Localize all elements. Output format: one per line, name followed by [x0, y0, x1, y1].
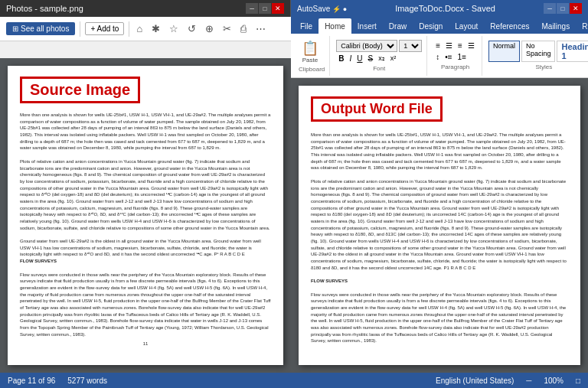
tab-review[interactable]: Review: [576, 18, 588, 34]
italic-btn[interactable]: I: [347, 54, 354, 64]
font-size-select[interactable]: 11: [399, 40, 422, 52]
autosave-label: AutoSave ⚡ ●: [297, 5, 347, 13]
more-icon-btn[interactable]: ⋯: [253, 21, 268, 36]
underline-btn[interactable]: U: [354, 54, 364, 64]
close-btn-left[interactable]: ✕: [272, 3, 284, 14]
align-left-btn[interactable]: ≡: [433, 41, 443, 51]
tab-layout[interactable]: Layout: [449, 18, 484, 34]
numbered-list-btn[interactable]: 1≡: [456, 52, 469, 62]
bullet-list-btn[interactable]: •≡: [443, 52, 454, 62]
style-normal[interactable]: Normal: [488, 41, 520, 62]
strikethrough-btn[interactable]: S: [366, 54, 376, 64]
tab-draw[interactable]: Draw: [383, 18, 413, 34]
close-btn-right[interactable]: ✕: [570, 3, 582, 14]
see-all-photos-btn[interactable]: ⊞ See all photos: [6, 22, 75, 35]
output-page-text: More than one analysis is shown for well…: [311, 132, 568, 344]
align-center-btn[interactable]: ☰: [443, 41, 455, 51]
superscript-btn[interactable]: x²: [388, 54, 399, 64]
output-word-file-label: Output Word File: [311, 96, 443, 122]
tab-insert[interactable]: Insert: [351, 18, 383, 34]
word-app-title: ImageToDoc.Docx - Saved: [351, 4, 539, 13]
subscript-btn[interactable]: x₂: [376, 54, 387, 64]
maximize-btn-right[interactable]: □: [557, 3, 569, 14]
print-icon-btn[interactable]: ⎙: [238, 21, 249, 36]
photos-app-title: Photos - sample.png: [6, 4, 241, 13]
paste-btn[interactable]: 📋 Paste: [299, 38, 322, 65]
language-indicator: English (United States): [436, 377, 514, 385]
style-h2[interactable]: Heading 1: [557, 41, 588, 62]
source-page: Source Image More than one analysis is s…: [8, 66, 283, 365]
output-page: Output Word File More than one analysis …: [299, 86, 580, 365]
style-h1[interactable]: No Spacing: [521, 41, 556, 62]
toolbar-divider: [80, 21, 80, 37]
font-family-select[interactable]: Calibri (Body): [336, 40, 397, 52]
word-count: 5277 words: [67, 377, 107, 385]
share-icon-btn[interactable]: ✱: [149, 21, 162, 36]
toolbar-divider2: [129, 21, 129, 37]
star-icon-btn[interactable]: ☆: [167, 21, 181, 36]
zoom-out-btn[interactable]: ─: [526, 377, 531, 385]
minimize-btn-right[interactable]: ─: [544, 3, 556, 14]
maximize-btn-left[interactable]: □: [259, 3, 271, 14]
minimize-btn-left[interactable]: ─: [246, 3, 258, 14]
align-right-btn[interactable]: ≡: [456, 41, 465, 51]
zoom-level: 100%: [544, 377, 564, 385]
rotate-icon-btn[interactable]: ↺: [185, 21, 198, 36]
tab-references[interactable]: References: [484, 18, 535, 34]
home-icon-btn[interactable]: ⌂: [134, 21, 145, 36]
tab-design[interactable]: Design: [413, 18, 449, 34]
status-bar: Page 11 of 96 5277 words English (United…: [0, 373, 588, 388]
tab-mailings[interactable]: Mailings: [535, 18, 576, 34]
source-image-label: Source Image: [20, 77, 140, 103]
tab-home[interactable]: Home: [318, 18, 351, 34]
bold-btn[interactable]: B: [336, 54, 346, 64]
justify-btn[interactable]: ☰: [466, 41, 477, 51]
add-to-btn[interactable]: + Add to: [85, 22, 124, 35]
photos-icon: ⊞: [12, 24, 18, 33]
crop-icon-btn[interactable]: ✂: [220, 21, 234, 36]
tab-file[interactable]: File: [294, 18, 318, 34]
page-info: Page 11 of 96: [8, 377, 55, 385]
source-page-text: More than one analysis is shown for well…: [20, 112, 271, 347]
zoom-in-btn[interactable]: □: [576, 377, 580, 385]
zoom-icon-btn[interactable]: ⊕: [203, 21, 216, 36]
paste-icon: 📋: [302, 40, 318, 57]
line-spacing-btn[interactable]: ↕: [433, 52, 442, 62]
